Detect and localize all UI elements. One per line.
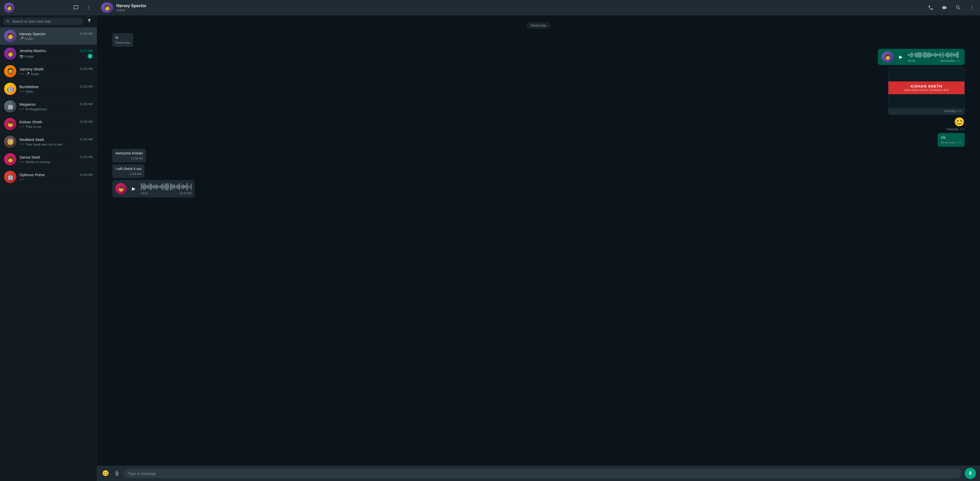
- play-button[interactable]: ▶: [896, 53, 905, 62]
- chat-time: 11:21 AM: [80, 49, 93, 53]
- message-meta: Wednesday ✓✓: [941, 141, 962, 145]
- media-bubble: KISHAN SHETH NEW VIDEO EVERY THURSDAY 9P…: [888, 67, 965, 115]
- waveform-bar: [184, 185, 185, 188]
- chat-item-neddard[interactable]: 🧓 Neddard Stark 11:05 AM ✓✓ Your head wa…: [0, 133, 97, 151]
- waveform-bar: [911, 53, 912, 57]
- message-row: hi Wednesday: [112, 33, 965, 47]
- waveform-bar: [160, 185, 161, 188]
- chat-item-harvey[interactable]: 🧑 Harvey Spector 11:06 AM 🎤 Audio: [0, 27, 97, 45]
- chat-preview-row: ✓✓ THis is me: [19, 125, 93, 129]
- avatar-emoji: 👦: [7, 121, 14, 127]
- audio-times: 00:03 12:00 PM: [141, 192, 191, 195]
- media-title: KISHAN SHETH: [892, 84, 961, 88]
- waveform-bars: [908, 51, 961, 59]
- chat-preview-row: 📷 Image 2: [19, 54, 93, 59]
- waveform-bar: [913, 54, 914, 56]
- waveform-bar: [187, 183, 188, 191]
- search-input-wrapper[interactable]: [3, 18, 83, 25]
- emoji-button[interactable]: 😊: [101, 469, 110, 478]
- chat-item-jaimmy[interactable]: 🧔 Jaimmy Sheth 11:26 AM ✓✓ 🎤 Audio: [0, 62, 97, 80]
- svg-point-3: [972, 6, 973, 6]
- new-chat-button[interactable]: [72, 4, 80, 11]
- waveform-bar: [191, 184, 191, 190]
- chat-avatar: 🤖: [4, 83, 16, 95]
- chat-preview: 🎤 Audio: [19, 37, 33, 41]
- chat-contact-avatar[interactable]: 🧑: [101, 2, 113, 13]
- chat-item-bumblebee[interactable]: 🤖 Bumblebee 11:20 AM ✓✓ Hello: [0, 80, 97, 98]
- message-row-voice-out: 🧑 ▶ 00:04 Wednesday ✓✓: [112, 49, 965, 65]
- chat-menu-button[interactable]: [968, 4, 976, 11]
- message-meta: 11:06 AM: [115, 172, 142, 176]
- waveform-bar: [936, 53, 937, 56]
- attach-button[interactable]: [113, 470, 121, 477]
- chat-avatar: 🧔: [4, 65, 16, 77]
- chat-item-megatron[interactable]: 🤖 Megatron 11:06 AM ✓✓ Hi Megatronus: [0, 98, 97, 115]
- chat-name: Harvey Spector: [19, 32, 46, 36]
- record-button[interactable]: [965, 468, 976, 479]
- waveform-bar: [953, 54, 953, 56]
- avatar-emoji: 👩: [7, 50, 14, 57]
- waveform-bar: [165, 183, 166, 190]
- chat-time: 11:06 AM: [80, 32, 93, 35]
- chat-avatar: 🤖: [4, 100, 16, 113]
- waveform-bar: [937, 54, 938, 56]
- avatar-emoji: 🧓: [7, 139, 14, 145]
- media-subtitle: NEW VIDEO EVERY THURSDAY 9PM: [892, 89, 961, 92]
- waveform-bar: [183, 185, 184, 189]
- message-row-emoji: 😊 Yesterday ✓✓: [112, 117, 965, 131]
- phone-button[interactable]: [927, 4, 935, 11]
- waveform-bar: [949, 53, 950, 57]
- waveform-bar: [168, 183, 169, 190]
- avatar-emoji: 🧔: [7, 68, 14, 75]
- voice-check-time: Wednesday ✓✓: [940, 59, 961, 62]
- my-avatar[interactable]: 🧑: [4, 3, 14, 13]
- date-label: Wednesday: [527, 22, 550, 29]
- message-text: Awesome Kishan: [115, 151, 143, 156]
- audio-play-button[interactable]: ▶: [129, 184, 138, 193]
- svg-point-0: [89, 6, 89, 6]
- chat-name: Kishan Sheth: [19, 120, 42, 124]
- avatar-emoji: 🧑: [7, 33, 14, 39]
- audio-sender-avatar: 👦: [115, 183, 127, 194]
- chat-info: Jimisha Mashru 11:21 AM 📷 Image 2: [19, 48, 93, 59]
- filter-button[interactable]: [85, 18, 94, 25]
- check-icon: ✓✓: [19, 72, 24, 76]
- waveform-bar: [955, 54, 956, 56]
- waveform-bar: [155, 185, 156, 188]
- waveform: 00:03 12:00 PM: [141, 183, 191, 195]
- chat-item-sansa[interactable]: 👧 Sansa Stark 11:05 AM ✓✓ Winter is comi…: [0, 151, 97, 168]
- message-time: 11:06 AM: [129, 172, 141, 176]
- chat-item-kishan[interactable]: 👦 Kishan Sheth 11:06 AM ✓✓ THis is me: [0, 115, 97, 133]
- message-input[interactable]: [124, 469, 962, 478]
- waveform-bar: [148, 185, 149, 189]
- chat-search-button[interactable]: [955, 4, 962, 11]
- chat-name-row: Jaimmy Sheth 11:26 AM: [19, 67, 93, 71]
- waveform-bar: [945, 54, 946, 56]
- menu-button[interactable]: [85, 4, 93, 11]
- sidebar-header-left: 🧑: [4, 3, 14, 13]
- voice-message-out: 🧑 ▶ 00:04 Wednesday ✓✓: [878, 49, 965, 65]
- chat-item-optimus[interactable]: 🤖 Optimus Prime 11:05 AM ✓✓: [0, 168, 97, 186]
- video-button[interactable]: [941, 4, 948, 11]
- chat-item-jimisha[interactable]: 👩 Jimisha Mashru 11:21 AM 📷 Image 2: [0, 45, 97, 62]
- search-bar: [0, 15, 97, 27]
- chat-preview-row: 🎤 Audio: [19, 37, 93, 41]
- waveform-bar: [931, 53, 932, 57]
- waveform-bar: [940, 53, 941, 57]
- date-divider-wednesday: Wednesday: [112, 22, 965, 29]
- message-row-check: I will check it out 11:06 AM: [112, 164, 965, 178]
- chat-name-row: Harvey Spector 11:06 AM: [19, 32, 93, 36]
- preview-text: Your head was cut in two: [25, 142, 62, 146]
- search-input[interactable]: [12, 19, 80, 24]
- chat-preview-row: ✓✓ Your head was cut in two: [19, 142, 93, 146]
- chat-info: Jaimmy Sheth 11:26 AM ✓✓ 🎤 Audio: [19, 67, 93, 76]
- message-time: 11:06 AM: [131, 156, 143, 160]
- waveform-bar: [175, 186, 176, 187]
- preview-icon: 🎤: [19, 37, 24, 41]
- chat-preview-row: ✓✓ Winter is coming: [19, 160, 93, 164]
- preview-icon: 🎤: [25, 72, 30, 76]
- chat-time: 11:06 AM: [80, 102, 93, 106]
- waveform-bar: [158, 185, 158, 188]
- message-bubble: ola Wednesday ✓✓: [938, 133, 965, 147]
- waveform-bar: [932, 54, 933, 56]
